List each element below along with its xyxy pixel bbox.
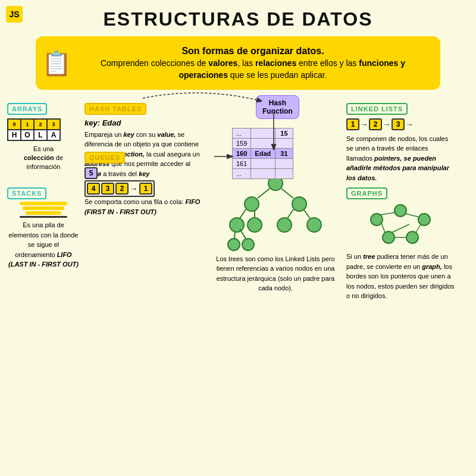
array-index-0: 0 bbox=[8, 119, 21, 130]
svg-point-18 bbox=[394, 205, 406, 217]
array-val-2: L bbox=[34, 130, 47, 140]
queues-section: QUEUES 5 ↓ 4 3 2 → 1 Se comporta como un… bbox=[82, 149, 207, 303]
svg-point-20 bbox=[383, 231, 394, 243]
svg-line-16 bbox=[240, 229, 246, 239]
queue-arrow-right: → bbox=[130, 184, 138, 193]
svg-line-9 bbox=[240, 209, 246, 218]
svg-line-22 bbox=[381, 223, 385, 233]
array-index-3: 3 bbox=[47, 119, 60, 130]
hash-key-label: key: Edad bbox=[84, 118, 205, 127]
linked-node-3: 3 bbox=[392, 118, 405, 130]
svg-line-11 bbox=[287, 209, 293, 218]
js-badge: JS bbox=[6, 6, 23, 23]
arrays-section: ARRAYS 0 1 2 3 H O L A Es una colección … bbox=[5, 101, 82, 186]
content-area: ARRAYS 0 1 2 3 H O L A Es una colección … bbox=[0, 96, 476, 303]
queue-node-1: 1 bbox=[139, 183, 152, 195]
array-index-1: 1 bbox=[21, 119, 34, 130]
stacks-section: STACKS Es una pila de elementos con la d… bbox=[5, 185, 82, 303]
queue-node-5: 5 bbox=[84, 167, 98, 179]
hash-tables-label: HASH TABLES bbox=[84, 103, 146, 115]
svg-point-19 bbox=[418, 214, 430, 226]
linked-desc: Se componen de nodos, los cuales se unen… bbox=[346, 134, 455, 183]
queue-node-2: 2 bbox=[115, 183, 129, 195]
definition-body: Comprenden colecciones de valores, las r… bbox=[101, 58, 405, 80]
svg-line-3 bbox=[258, 189, 270, 198]
stacks-desc: Es una pila de elementos con la donde se… bbox=[7, 220, 80, 270]
svg-line-23 bbox=[380, 212, 396, 215]
svg-line-27 bbox=[392, 224, 409, 233]
svg-point-1 bbox=[245, 197, 259, 211]
definition-content: Son formas de organizar datos. Comprende… bbox=[77, 45, 428, 82]
svg-point-17 bbox=[371, 214, 383, 226]
notebook-icon: 📋 bbox=[42, 46, 71, 80]
trees-section: TREES Lo bbox=[207, 101, 344, 303]
stack-base bbox=[20, 216, 67, 218]
linked-lists-section: LINKED LISTS 1 → 2 → 3 → Se componen de … bbox=[344, 101, 457, 186]
linked-lists-label: LINKED LISTS bbox=[346, 103, 408, 115]
arrays-table: 0 1 2 3 H O L A bbox=[7, 118, 61, 141]
graphs-diagram bbox=[359, 202, 442, 249]
queue-arrow-down: ↓ bbox=[99, 170, 102, 176]
svg-point-21 bbox=[406, 231, 418, 243]
queue-node-4: 4 bbox=[87, 183, 100, 195]
array-val-1: O bbox=[21, 130, 34, 140]
svg-line-24 bbox=[405, 214, 419, 217]
stacks-label: STACKS bbox=[7, 187, 46, 199]
queue-node-3: 3 bbox=[101, 183, 114, 195]
trees-diagram bbox=[222, 174, 329, 252]
svg-line-25 bbox=[416, 224, 421, 233]
svg-point-7 bbox=[277, 218, 292, 232]
linked-node-2: 2 bbox=[369, 118, 382, 130]
array-val-0: H bbox=[8, 130, 21, 140]
graphs-label: GRAPHS bbox=[346, 187, 387, 199]
arrays-label: ARRAYS bbox=[7, 103, 47, 115]
graphs-desc: Si un tree pudiera tener más de un padre… bbox=[346, 252, 455, 301]
linked-nodes: 1 → 2 → 3 → bbox=[346, 118, 455, 130]
stack-line-2 bbox=[23, 206, 64, 210]
svg-point-13 bbox=[228, 239, 240, 250]
svg-point-14 bbox=[242, 239, 254, 250]
queues-desc: Se comporta como una fila o cola: FIFO (… bbox=[84, 197, 205, 217]
arrow-icon-3: → bbox=[405, 120, 414, 129]
definition-box: 📋 Son formas de organizar datos. Compren… bbox=[36, 36, 440, 90]
array-index-2: 2 bbox=[34, 119, 47, 130]
svg-point-5 bbox=[230, 218, 244, 232]
svg-line-12 bbox=[304, 210, 310, 218]
queues-visual: 5 ↓ 4 3 2 → 1 bbox=[84, 167, 205, 197]
stacks-visual bbox=[7, 202, 80, 218]
svg-line-4 bbox=[281, 189, 293, 198]
trees-desc: Los trees son como los Linked Lists pero… bbox=[209, 254, 342, 293]
definition-bold: Son formas de organizar datos. bbox=[181, 46, 324, 56]
queues-label: QUEUES bbox=[84, 152, 125, 164]
arrow-icon-1: → bbox=[360, 120, 368, 129]
svg-point-0 bbox=[268, 176, 283, 190]
arrow-icon-2: → bbox=[383, 120, 391, 129]
svg-line-15 bbox=[234, 231, 235, 239]
trees-label: TREES bbox=[258, 160, 293, 172]
stack-line-3 bbox=[26, 211, 61, 215]
array-val-3: A bbox=[47, 130, 60, 140]
graphs-section: GRAPHS Si un tree pudiera tener más de u… bbox=[344, 185, 457, 303]
badge-text: JS bbox=[9, 10, 19, 19]
svg-point-2 bbox=[292, 197, 306, 211]
stack-line-1 bbox=[20, 202, 67, 205]
main-title: ESTRUCTURAS DE DATOS bbox=[0, 0, 476, 30]
arrays-desc: Es una colección de información bbox=[7, 145, 80, 172]
svg-point-8 bbox=[307, 218, 321, 232]
svg-point-6 bbox=[248, 218, 262, 232]
linked-node-1: 1 bbox=[346, 118, 359, 130]
